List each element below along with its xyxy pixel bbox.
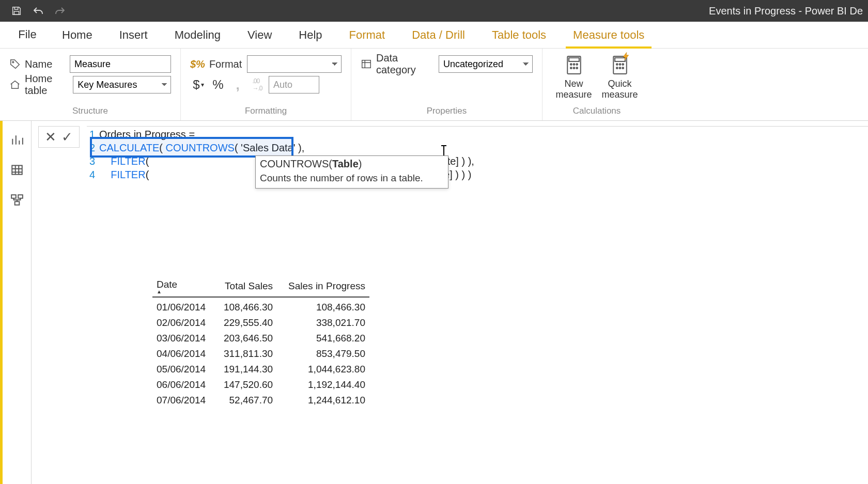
svg-point-13	[616, 64, 617, 65]
currency-button[interactable]: $ ▾	[190, 76, 207, 93]
commit-formula-icon[interactable]: ✓	[61, 129, 73, 145]
svg-rect-21	[18, 195, 23, 198]
titlebar: Events in Progress - Power BI De	[0, 0, 868, 22]
table-row[interactable]: 01/06/2014108,466.30108,466.30	[152, 297, 369, 315]
svg-point-16	[616, 67, 617, 69]
home-table-label: Home table	[25, 73, 68, 97]
svg-rect-20	[11, 195, 16, 198]
svg-rect-22	[14, 201, 19, 205]
name-label: Name	[25, 58, 52, 70]
save-icon[interactable]	[10, 5, 23, 17]
svg-point-9	[573, 67, 575, 69]
quick-calculator-icon	[611, 54, 629, 76]
view-switcher	[3, 121, 32, 484]
tab-format[interactable]: Format	[336, 22, 399, 48]
cancel-formula-icon[interactable]: ✕	[45, 129, 56, 145]
window-title: Events in Progress - Power BI De	[709, 5, 863, 17]
model-view-icon[interactable]	[9, 192, 25, 208]
group-caption-properties: Properties	[361, 106, 533, 118]
tab-modeling[interactable]: Modeling	[161, 22, 234, 48]
tab-help[interactable]: Help	[285, 22, 335, 48]
svg-rect-0	[14, 11, 19, 14]
code-line-1: Orders in Progress =	[99, 128, 195, 141]
decrease-decimals-button[interactable]: .00→.0	[249, 76, 266, 93]
group-properties: Data category Uncategorized Properties	[351, 49, 542, 120]
code-line-2: CALCULATE( COUNTROWS( 'Sales Data' ),	[99, 141, 304, 154]
table-row[interactable]: 05/06/2014191,144.301,044,623.80	[152, 362, 369, 377]
formula-editor[interactable]: 1Orders in Progress = 2CALCULATE( COUNTR…	[87, 126, 868, 188]
table-row[interactable]: 07/06/201452,467.701,244,612.10	[152, 393, 369, 408]
svg-point-1	[12, 61, 14, 63]
svg-point-10	[576, 67, 578, 69]
undo-icon[interactable]	[32, 5, 44, 17]
svg-rect-2	[362, 60, 371, 68]
formula-actions: ✕ ✓	[38, 126, 80, 148]
table-header-row: Date▲ Total Sales Sales in Progress	[152, 277, 369, 297]
svg-point-7	[576, 64, 578, 65]
svg-point-14	[619, 64, 621, 65]
table-row[interactable]: 03/06/2014203,646.50541,668.20	[152, 331, 369, 346]
group-formatting: $% Format $ ▾ % , .00→.0	[181, 49, 351, 120]
data-category-icon	[361, 58, 372, 70]
report-canvas[interactable]: ✕ ✓ 1Orders in Progress = 2CALCULATE( CO…	[32, 121, 868, 484]
intellisense-tooltip: COUNTROWS(Table) Counts the number of ro…	[255, 155, 448, 189]
svg-point-8	[570, 67, 571, 69]
report-view-icon[interactable]	[9, 132, 25, 148]
svg-point-17	[619, 67, 621, 69]
home-icon	[9, 79, 21, 90]
data-category-label: Data category	[376, 52, 433, 76]
name-input[interactable]	[70, 55, 171, 73]
col-sales-in-progress[interactable]: Sales in Progress	[277, 277, 369, 297]
table-row[interactable]: 06/06/2014147,520.601,192,144.40	[152, 377, 369, 393]
decimals-input[interactable]	[269, 76, 319, 93]
svg-point-18	[622, 67, 624, 69]
tab-data-drill[interactable]: Data / Drill	[398, 22, 478, 48]
group-calculations: New measure Quick measure Calculations	[542, 49, 651, 120]
tab-table-tools[interactable]: Table tools	[478, 22, 560, 48]
home-table-select[interactable]: Key Measures	[73, 76, 171, 93]
group-structure: Name Home table Key Measures Structure	[0, 49, 181, 120]
data-category-select[interactable]: Uncategorized	[439, 55, 533, 73]
tab-file[interactable]: File	[6, 21, 49, 48]
col-total-sales[interactable]: Total Sales	[215, 277, 277, 297]
table-row[interactable]: 02/06/2014229,555.40338,021.70	[152, 315, 369, 331]
format-select[interactable]	[247, 55, 342, 73]
table-row[interactable]: 04/06/2014311,811.30853,479.50	[152, 346, 369, 362]
ribbon-tabs: File Home Insert Modeling View Help Form…	[0, 22, 868, 49]
svg-rect-19	[12, 165, 22, 174]
svg-rect-4	[569, 58, 579, 61]
thousands-button[interactable]: ,	[229, 76, 246, 93]
percent-button[interactable]: %	[210, 76, 226, 93]
col-date[interactable]: Date▲	[152, 277, 215, 297]
svg-point-6	[573, 64, 575, 65]
redo-icon[interactable]	[54, 5, 66, 17]
ribbon: Name Home table Key Measures Structure	[0, 49, 868, 121]
tab-home[interactable]: Home	[49, 22, 106, 48]
svg-point-5	[570, 64, 571, 65]
format-icon: $%	[190, 58, 205, 70]
tab-measure-tools[interactable]: Measure tools	[560, 22, 658, 48]
table-visual[interactable]: Date▲ Total Sales Sales in Progress 01/0…	[152, 277, 369, 408]
group-caption-calculations: Calculations	[552, 106, 642, 118]
svg-point-15	[622, 64, 624, 65]
data-view-icon[interactable]	[9, 162, 25, 178]
workspace: ✕ ✓ 1Orders in Progress = 2CALCULATE( CO…	[0, 121, 868, 484]
quick-measure-button[interactable]: Quick measure	[598, 54, 642, 100]
group-caption-structure: Structure	[9, 106, 171, 118]
format-label: Format	[209, 58, 242, 70]
group-caption-formatting: Formatting	[190, 106, 342, 118]
tag-icon	[9, 58, 21, 70]
new-measure-button[interactable]: New measure	[552, 54, 596, 100]
calculator-icon	[565, 54, 583, 76]
tab-insert[interactable]: Insert	[106, 22, 161, 48]
formula-bar: ✕ ✓ 1Orders in Progress = 2CALCULATE( CO…	[38, 126, 868, 188]
tab-view[interactable]: View	[234, 22, 285, 48]
